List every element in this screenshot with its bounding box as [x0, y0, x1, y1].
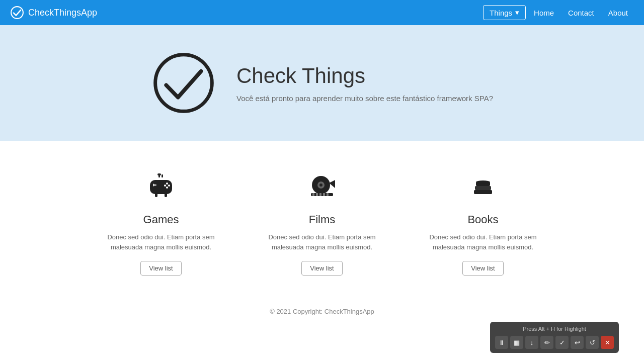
toolbar-hint: Press Alt + H for Highlight	[495, 326, 614, 327]
svg-point-8	[166, 187, 168, 189]
svg-point-6	[168, 185, 170, 187]
films-view-list-button[interactable]: View list	[301, 261, 342, 276]
films-icon	[307, 171, 337, 205]
feature-films: Films Donec sed odio dui. Etiam porta se…	[257, 171, 387, 276]
hero-section: Check Things Você está pronto para apren…	[0, 25, 644, 141]
chevron-down-icon: ▾	[515, 8, 519, 17]
brand-icon	[10, 6, 24, 20]
svg-point-1	[155, 55, 212, 112]
svg-point-27	[476, 180, 490, 184]
features-section: Games Donec sed odio dui. Etiam porta se…	[0, 141, 644, 296]
svg-rect-18	[312, 193, 314, 196]
copyright-text: © 2021 Copyright: CheckThingsApp	[270, 308, 374, 315]
svg-point-0	[11, 7, 23, 19]
svg-rect-12	[157, 173, 161, 175]
svg-rect-24	[474, 190, 492, 194]
books-icon	[468, 171, 498, 205]
brand-name: CheckThingsApp	[28, 8, 97, 18]
svg-point-16	[319, 184, 323, 187]
svg-rect-21	[323, 193, 325, 196]
svg-rect-10	[165, 193, 167, 197]
svg-rect-22	[327, 193, 329, 196]
games-title: Games	[143, 213, 179, 226]
films-description: Donec sed odio dui. Etiam porta sem male…	[257, 232, 387, 252]
svg-rect-19	[316, 193, 318, 196]
svg-point-7	[164, 185, 166, 187]
nav-about[interactable]: About	[602, 6, 634, 20]
svg-rect-4	[153, 184, 154, 187]
things-dropdown[interactable]: Things ▾	[483, 5, 526, 20]
svg-rect-25	[475, 186, 491, 190]
brand-logo[interactable]: CheckThingsApp	[10, 6, 97, 20]
books-view-list-button[interactable]: View list	[462, 261, 503, 276]
svg-rect-20	[319, 193, 321, 196]
svg-rect-13	[162, 174, 163, 177]
games-icon	[146, 171, 176, 205]
svg-rect-9	[155, 193, 157, 197]
nav-contact[interactable]: Contact	[562, 6, 600, 20]
feature-books: Books Donec sed odio dui. Etiam porta se…	[418, 171, 548, 276]
hero-title: Check Things	[236, 64, 493, 88]
things-dropdown-label: Things	[490, 9, 512, 17]
svg-point-5	[166, 183, 168, 185]
svg-rect-3	[154, 185, 156, 186]
toolbar-overlay: Press Alt + H for Highlight ⏸ ▦ ↓ ✏ ✓ ↩ …	[490, 322, 619, 327]
navbar: CheckThingsApp Things ▾ Home Contact Abo…	[0, 0, 644, 25]
nav-home[interactable]: Home	[528, 6, 560, 20]
games-view-list-button[interactable]: View list	[140, 261, 181, 276]
navbar-nav: Things ▾ Home Contact About	[483, 5, 634, 20]
hero-text: Check Things Você está pronto para apren…	[236, 64, 493, 103]
films-title: Films	[309, 213, 336, 226]
books-description: Donec sed odio dui. Etiam porta sem male…	[418, 232, 548, 252]
feature-games: Games Donec sed odio dui. Etiam porta se…	[96, 171, 226, 276]
svg-rect-2	[150, 180, 172, 194]
books-title: Books	[467, 213, 498, 226]
hero-subtitle: Você está pronto para aprender muito sob…	[236, 94, 493, 103]
games-description: Donec sed odio dui. Etiam porta sem male…	[96, 232, 226, 252]
hero-logo	[151, 50, 216, 116]
